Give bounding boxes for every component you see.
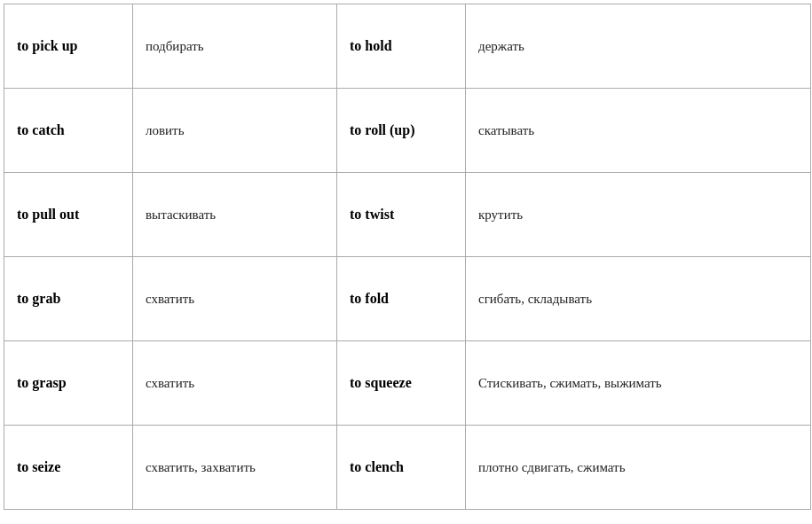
translation-right-2: крутить [466, 173, 811, 257]
translation-right-4: Стискивать, сжимать, выжимать [466, 341, 811, 426]
translation-right-0: держать [466, 4, 811, 89]
translation-left-2: вытаскивать [133, 173, 337, 257]
term-right-2: to twist [337, 173, 466, 257]
translation-left-4: схватить [133, 341, 337, 426]
term-left-0: to pick up [4, 4, 133, 89]
translation-left-1: ловить [133, 89, 337, 173]
translation-left-5: схватить, захватить [133, 426, 337, 510]
term-left-3: to grab [4, 257, 133, 341]
translation-right-5: плотно сдвигать, сжимать [466, 426, 811, 510]
term-right-3: to fold [337, 257, 466, 341]
term-left-1: to catch [4, 89, 133, 173]
term-right-1: to roll (up) [337, 89, 466, 173]
term-right-4: to squeeze [337, 341, 466, 426]
term-right-0: to hold [337, 4, 466, 89]
translation-left-0: подбирать [133, 4, 337, 89]
translation-right-3: сгибать, складывать [466, 257, 811, 341]
translation-right-1: скатывать [466, 89, 811, 173]
term-left-2: to pull out [4, 173, 133, 257]
term-left-5: to seize [4, 426, 133, 510]
vocabulary-table: to pick upподбиратьto holdдержатьto catc… [4, 4, 811, 510]
term-right-5: to clench [337, 426, 466, 510]
translation-left-3: схватить [133, 257, 337, 341]
term-left-4: to grasp [4, 341, 133, 426]
